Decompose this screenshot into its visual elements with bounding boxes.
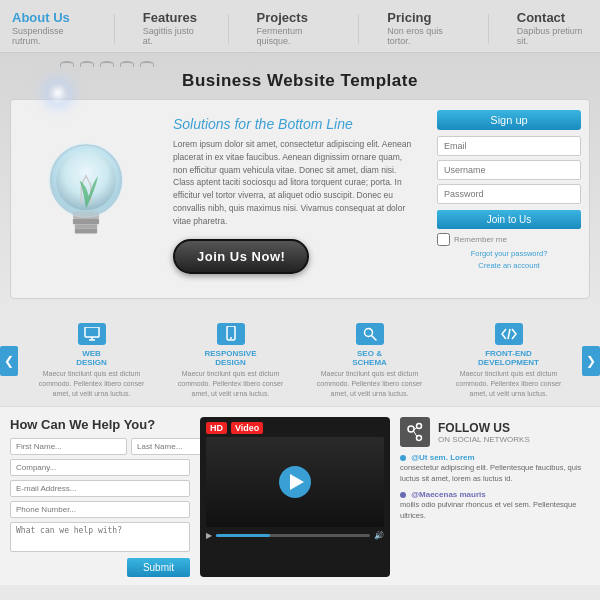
feature-web-design-desc: Maecur tincilunt quis est dictum commodo… xyxy=(37,369,147,398)
forgot-password-link[interactable]: Forgot your password? xyxy=(471,249,548,258)
social-box: FOLLOW US ON SOCIAL NETWORKS @Ut sem. Lo… xyxy=(400,417,590,577)
signup-form: Sign up Join to Us Remember me Forgot yo… xyxy=(429,100,589,298)
facebook-post: @Maecenas mauris mollis odio pulvinar rh… xyxy=(400,490,590,521)
name-row xyxy=(10,438,190,455)
svg-line-13 xyxy=(508,329,510,339)
features-inner: WEBDESIGN Maecur tincilunt quis est dict… xyxy=(18,323,582,398)
features-row: ❮ WEBDESIGN Maecur tincilunt quis est di… xyxy=(0,315,600,406)
hero-title: Business Website Template xyxy=(0,53,600,99)
social-network-icon xyxy=(400,417,430,447)
nav-item-contact[interactable]: Contact Dapibus pretium sit. xyxy=(517,10,588,46)
join-us-button[interactable]: Join to Us xyxy=(437,210,581,229)
svg-rect-3 xyxy=(75,224,97,229)
video-text: Video xyxy=(231,422,263,434)
volume-icon: 🔊 xyxy=(374,531,384,540)
nav-item-projects[interactable]: Projects Fermentum quisque. xyxy=(257,10,331,46)
play-triangle-icon xyxy=(290,474,304,490)
nav-bar: About Us Suspendisse rutrum. Features Sa… xyxy=(0,0,600,53)
feature-responsive-title: RESPONSIVEDESIGN xyxy=(204,349,256,367)
hero-section: Business Website Template xyxy=(0,53,600,315)
svg-point-15 xyxy=(417,424,422,429)
feature-seo-title: SEO &SCHEMA xyxy=(352,349,387,367)
mobile-icon xyxy=(217,323,245,345)
svg-line-12 xyxy=(371,336,376,341)
submit-button[interactable]: Submit xyxy=(127,558,190,577)
prev-arrow-button[interactable]: ❮ xyxy=(0,346,18,376)
feature-frontend: FRONT-ENDDEVELOPMENT Maecur tincilunt qu… xyxy=(454,323,564,398)
hero-bulb-area xyxy=(11,100,161,298)
feature-responsive: RESPONSIVEDESIGN Maecur tincilunt quis e… xyxy=(176,323,286,398)
twitter-post-text: consectetur adipiscing elit. Pellentesqu… xyxy=(400,463,590,484)
twitter-dot xyxy=(400,455,406,461)
video-label: HDVideo xyxy=(206,423,384,433)
hero-text-area: Solutions for the Bottom Line Lorem ipsu… xyxy=(161,100,429,298)
follow-us-label: FOLLOW US xyxy=(438,421,530,435)
remember-checkbox[interactable] xyxy=(437,233,450,246)
company-input[interactable] xyxy=(10,459,190,476)
create-account-link[interactable]: Create an account xyxy=(478,261,539,270)
next-arrow-button[interactable]: ❯ xyxy=(582,346,600,376)
hero-content-box: Solutions for the Bottom Line Lorem ipsu… xyxy=(10,99,590,299)
feature-seo-desc: Maecur tincilunt quis est dictum commodo… xyxy=(315,369,425,398)
nav-item-pricing[interactable]: Pricing Non eros quis tortor. xyxy=(387,10,460,46)
svg-rect-4 xyxy=(75,229,97,234)
first-name-input[interactable] xyxy=(10,438,127,455)
svg-line-18 xyxy=(414,431,418,437)
nav-divider-3 xyxy=(358,14,359,44)
svg-point-14 xyxy=(408,426,414,432)
follow-text: FOLLOW US ON SOCIAL NETWORKS xyxy=(438,421,530,444)
play-button[interactable] xyxy=(279,466,311,498)
hero-paragraph: Lorem ipsum dolor sit amet, consectetur … xyxy=(173,138,417,227)
phone-input[interactable] xyxy=(10,501,190,518)
svg-rect-2 xyxy=(73,219,99,225)
email-address-input[interactable] xyxy=(10,480,190,497)
on-social-label: ON SOCIAL NETWORKS xyxy=(438,435,530,444)
play-small-icon: ▶ xyxy=(206,531,212,540)
facebook-post-text: mollis odio pulvinar rhoncus et vel sem.… xyxy=(400,500,590,521)
hd-badge: HD xyxy=(206,422,227,434)
sparkle-decoration xyxy=(48,83,68,103)
video-progress-bar: ▶ 🔊 xyxy=(206,531,384,540)
facebook-dot xyxy=(400,492,406,498)
bottom-section: How Can We Help You? Submit HDVideo ▶ 🔊 xyxy=(0,406,600,585)
progress-fill xyxy=(216,534,270,537)
nav-item-about[interactable]: About Us Suspendisse rutrum. xyxy=(12,10,86,46)
username-input[interactable] xyxy=(437,160,581,180)
feature-web-design: WEBDESIGN Maecur tincilunt quis est dict… xyxy=(37,323,147,398)
nav-divider-1 xyxy=(114,14,115,44)
follow-row: FOLLOW US ON SOCIAL NETWORKS xyxy=(400,417,590,447)
nav-divider-4 xyxy=(488,14,489,44)
small-links: Forgot your password? Create an account xyxy=(437,248,581,272)
lightbulb-icon xyxy=(31,129,141,269)
monitor-icon xyxy=(78,323,106,345)
password-input[interactable] xyxy=(437,184,581,204)
contact-form: How Can We Help You? Submit xyxy=(10,417,190,577)
svg-point-10 xyxy=(230,337,232,339)
feature-frontend-desc: Maecur tincilunt quis est dictum commodo… xyxy=(454,369,564,398)
video-box: HDVideo ▶ 🔊 xyxy=(200,417,390,577)
twitter-post: @Ut sem. Lorem consectetur adipiscing el… xyxy=(400,453,590,484)
remember-label: Remember me xyxy=(454,235,507,244)
remember-row: Remember me xyxy=(437,233,581,246)
facebook-username: @Maecenas mauris xyxy=(400,490,590,499)
feature-frontend-title: FRONT-ENDDEVELOPMENT xyxy=(478,349,539,367)
help-textarea[interactable] xyxy=(10,522,190,552)
progress-track[interactable] xyxy=(216,534,370,537)
svg-rect-6 xyxy=(85,327,99,337)
code-icon xyxy=(495,323,523,345)
nav-divider-2 xyxy=(228,14,229,44)
twitter-username: @Ut sem. Lorem xyxy=(400,453,590,462)
birds-decoration xyxy=(60,61,154,67)
magnifier-icon xyxy=(356,323,384,345)
nav-item-features[interactable]: Features Sagittis justo at. xyxy=(143,10,200,46)
feature-responsive-desc: Maecur tincilunt quis est dictum commodo… xyxy=(176,369,286,398)
contact-title: How Can We Help You? xyxy=(10,417,190,432)
feature-web-design-title: WEBDESIGN xyxy=(76,349,107,367)
feature-seo: SEO &SCHEMA Maecur tincilunt quis est di… xyxy=(315,323,425,398)
signup-title: Sign up xyxy=(437,110,581,130)
join-now-button[interactable]: Join Us Now! xyxy=(173,239,309,274)
solutions-heading: Solutions for the Bottom Line xyxy=(173,116,417,132)
email-input[interactable] xyxy=(437,136,581,156)
video-screen xyxy=(206,437,384,527)
